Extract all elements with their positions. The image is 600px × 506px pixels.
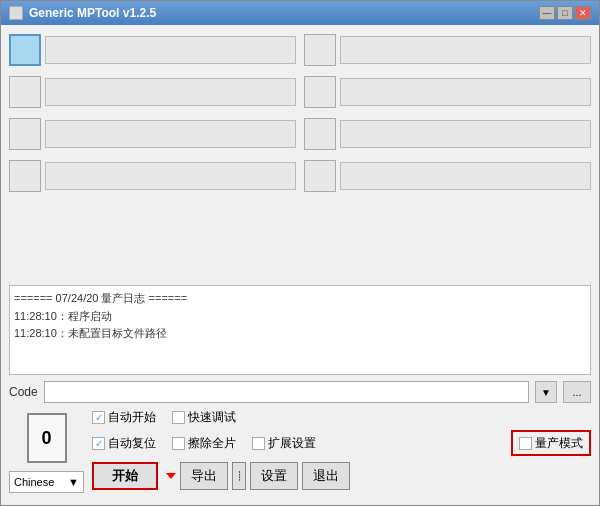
slot-field-4 (45, 162, 296, 190)
slot-field-2 (45, 78, 296, 106)
settings-button[interactable]: 设置 (250, 462, 298, 490)
slot-row-8 (304, 157, 591, 195)
production-mode-label: 量产模式 (535, 435, 583, 452)
counter-lang-group: 0 Chinese ▼ (9, 409, 84, 493)
auto-start-label: 自动开始 (108, 409, 156, 426)
language-selector[interactable]: Chinese ▼ (9, 471, 84, 493)
log-line-2: 11:28:10：程序启动 (14, 308, 586, 326)
slot-button-6[interactable] (304, 76, 336, 108)
slot-button-8[interactable] (304, 160, 336, 192)
code-dropdown-arrow[interactable]: ▼ (535, 381, 557, 403)
auto-reset-checkbox-item[interactable]: ✓ 自动复位 (92, 435, 156, 452)
title-bar: Generic MPTool v1.2.5 — □ ✕ (1, 1, 599, 25)
slot-button-2[interactable] (9, 76, 41, 108)
auto-start-checkbox[interactable]: ✓ (92, 411, 105, 424)
maximize-button[interactable]: □ (557, 6, 573, 20)
exit-button[interactable]: 退出 (302, 462, 350, 490)
checkbox-row-2: ✓ 自动复位 擦除全片 扩展设置 量产模式 (92, 430, 591, 456)
right-slots-column (304, 31, 591, 281)
slot-field-3 (45, 120, 296, 148)
production-mode-group[interactable]: 量产模式 (511, 430, 591, 456)
slot-field-6 (340, 78, 591, 106)
dropdown-icon: ▼ (68, 476, 79, 488)
title-controls: — □ ✕ (539, 6, 591, 20)
slot-row-1 (9, 31, 296, 69)
slot-button-1[interactable] (9, 34, 41, 66)
main-content: ====== 07/24/20 量产日志 ====== 11:28:10：程序启… (1, 25, 599, 505)
expand-settings-label: 扩展设置 (268, 435, 316, 452)
log-area: ====== 07/24/20 量产日志 ====== 11:28:10：程序启… (9, 285, 591, 375)
arrow-indicator (166, 473, 176, 479)
slot-button-7[interactable] (304, 118, 336, 150)
options-area: ✓ 自动开始 快速调试 ✓ 自动复位 擦除 (92, 409, 591, 490)
code-label: Code (9, 385, 38, 399)
erase-all-checkbox-item[interactable]: 擦除全片 (172, 435, 236, 452)
slot-row-7 (304, 115, 591, 153)
slot-row-3 (9, 115, 296, 153)
slot-field-1 (45, 36, 296, 64)
expand-settings-checkbox-item[interactable]: 扩展设置 (252, 435, 316, 452)
export-button[interactable]: 导出 (180, 462, 228, 490)
slot-row-5 (304, 31, 591, 69)
slot-button-3[interactable] (9, 118, 41, 150)
language-label: Chinese (14, 476, 54, 488)
log-line-3: 11:28:10：未配置目标文件路径 (14, 325, 586, 343)
slot-row-4 (9, 157, 296, 195)
erase-all-label: 擦除全片 (188, 435, 236, 452)
slot-field-8 (340, 162, 591, 190)
expand-settings-checkbox[interactable] (252, 437, 265, 450)
auto-reset-label: 自动复位 (108, 435, 156, 452)
main-window: Generic MPTool v1.2.5 — □ ✕ (0, 0, 600, 506)
slot-field-5 (340, 36, 591, 64)
close-button[interactable]: ✕ (575, 6, 591, 20)
slots-area (9, 31, 591, 281)
slot-button-4[interactable] (9, 160, 41, 192)
auto-start-checkbox-item[interactable]: ✓ 自动开始 (92, 409, 156, 426)
slot-row-6 (304, 73, 591, 111)
window-title: Generic MPTool v1.2.5 (29, 6, 156, 20)
erase-all-checkbox[interactable] (172, 437, 185, 450)
counter-value: 0 (41, 428, 51, 449)
title-bar-left: Generic MPTool v1.2.5 (9, 6, 156, 20)
code-input[interactable] (44, 381, 529, 403)
checkbox-row-1: ✓ 自动开始 快速调试 (92, 409, 591, 426)
buttons-row: 开始 导出 ┊ 设置 退出 (92, 462, 591, 490)
log-line-1: ====== 07/24/20 量产日志 ====== (14, 290, 586, 308)
slot-button-5[interactable] (304, 34, 336, 66)
quick-debug-label: 快速调试 (188, 409, 236, 426)
quick-debug-checkbox[interactable] (172, 411, 185, 424)
auto-reset-checkbox[interactable]: ✓ (92, 437, 105, 450)
app-icon (9, 6, 23, 20)
minimize-button[interactable]: — (539, 6, 555, 20)
code-browse-button[interactable]: ... (563, 381, 591, 403)
start-button[interactable]: 开始 (92, 462, 158, 490)
separator-button[interactable]: ┊ (232, 462, 246, 490)
quick-debug-checkbox-item[interactable]: 快速调试 (172, 409, 236, 426)
bottom-area: 0 Chinese ▼ ✓ 自动开始 快速调试 (9, 409, 591, 499)
counter-box: 0 (27, 413, 67, 463)
slot-row-2 (9, 73, 296, 111)
left-slots-column (9, 31, 296, 281)
slot-field-7 (340, 120, 591, 148)
code-row: Code ▼ ... (9, 379, 591, 405)
production-mode-checkbox[interactable] (519, 437, 532, 450)
